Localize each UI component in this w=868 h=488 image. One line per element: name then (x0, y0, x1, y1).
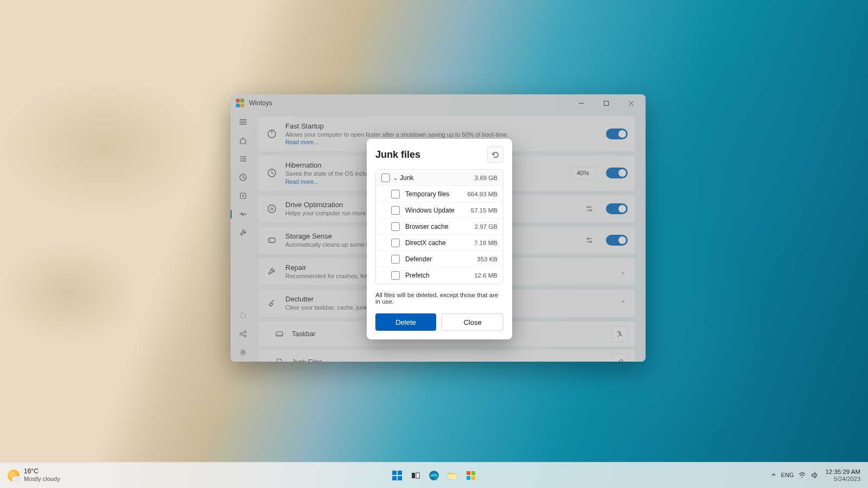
tree-label: Junk (400, 174, 475, 182)
delete-button[interactable]: Delete (375, 313, 436, 331)
tree-item-defender[interactable]: Defender 353 KB (376, 251, 503, 267)
tree-size: 12.6 MB (474, 272, 497, 279)
tree-size: 57.15 MB (471, 207, 497, 214)
tree-item-browser[interactable]: Browser cache 2.97 GB (376, 219, 503, 235)
tree-label: Windows Update (405, 207, 471, 214)
close-dialog-button[interactable]: Close (442, 313, 503, 331)
svg-rect-33 (471, 471, 475, 475)
tree-root[interactable]: ⌄ Junk 3.69 GB (376, 170, 503, 186)
checkbox[interactable] (391, 190, 400, 198)
volume-icon[interactable] (810, 471, 819, 479)
svg-rect-29 (416, 473, 419, 478)
clock-date: 5/24/2023 (825, 476, 860, 483)
tree-label: Browser cache (405, 223, 475, 230)
svg-rect-31 (448, 474, 457, 479)
svg-rect-27 (398, 476, 402, 480)
chevron-down-icon[interactable]: ⌄ (393, 174, 397, 182)
wifi-icon[interactable] (798, 471, 806, 479)
dialog-note: All files will be deleted, except those … (375, 292, 503, 305)
weather-icon (8, 470, 20, 481)
svg-rect-34 (467, 476, 470, 480)
tree-size: 2.97 GB (475, 223, 497, 230)
taskbar-center (390, 468, 478, 483)
tree-item-prefetch[interactable]: Prefetch 12.6 MB (376, 267, 503, 284)
tray-chevron-icon[interactable] (770, 472, 777, 478)
dialog-title: Junk files (375, 149, 487, 160)
tree-item-directx[interactable]: DirectX cache 7.18 MB (376, 235, 503, 251)
svg-rect-24 (392, 471, 397, 475)
edge-icon[interactable] (427, 468, 441, 483)
tree-item-temp[interactable]: Temporary files 664.93 MB (376, 186, 503, 202)
tree-label: Temporary files (405, 190, 467, 198)
taskbar[interactable]: 16°C Mostly cloudy ENG 12:35:29 AM 5/2 (0, 462, 868, 488)
svg-rect-35 (471, 476, 475, 480)
svg-rect-32 (467, 471, 470, 475)
tree-label: Defender (405, 255, 477, 263)
junk-tree: ⌄ Junk 3.69 GB Temporary files 664.93 MB… (375, 169, 503, 284)
checkbox-junk[interactable] (381, 174, 390, 182)
tree-size: 7.18 MB (474, 240, 497, 246)
refresh-button[interactable] (487, 146, 503, 163)
taskview-button[interactable] (409, 468, 423, 483)
checkbox[interactable] (391, 239, 400, 247)
checkbox[interactable] (391, 255, 400, 264)
tree-item-winupdate[interactable]: Windows Update 57.15 MB (376, 202, 503, 219)
clock-time: 12:35:29 AM (825, 468, 860, 476)
svg-rect-25 (398, 471, 402, 475)
junk-files-dialog: Junk files ⌄ Junk 3.69 GB Temporary file… (367, 139, 512, 339)
weather-cond: Mostly cloudy (24, 476, 60, 483)
tree-size: 3.69 GB (475, 175, 497, 181)
tree-size: 353 KB (477, 256, 497, 262)
svg-rect-28 (412, 473, 415, 478)
checkbox[interactable] (391, 222, 400, 231)
explorer-icon[interactable] (445, 468, 459, 483)
weather-temp: 16°C (24, 468, 60, 476)
wintoys-taskbar-icon[interactable] (464, 468, 478, 483)
taskbar-weather[interactable]: 16°C Mostly cloudy (0, 468, 60, 482)
checkbox[interactable] (391, 206, 400, 215)
taskbar-clock[interactable]: 12:35:29 AM 5/24/2023 (825, 468, 860, 483)
tree-label: Prefetch (405, 272, 474, 279)
tree-size: 664.93 MB (467, 191, 497, 197)
tree-label: DirectX cache (405, 239, 474, 247)
tray-lang[interactable]: ENG (781, 472, 794, 478)
start-button[interactable] (390, 468, 404, 483)
checkbox[interactable] (391, 271, 400, 280)
svg-rect-26 (392, 476, 397, 480)
